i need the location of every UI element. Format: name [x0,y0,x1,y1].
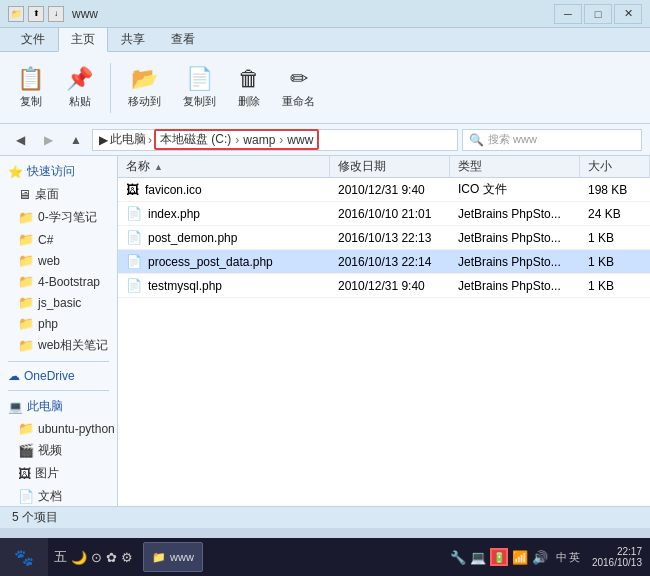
php-icon: 📁 [18,316,34,331]
copy-icon: 📋 [17,66,44,92]
tab-share[interactable]: 共享 [108,27,158,51]
jsbasic-icon: 📁 [18,295,34,310]
taskbar: 🐾 五 🌙 ⊙ ✿ ⚙ 📁 www 🔧 💻 🔋 📶 🔊 中 英 22:17 20… [0,538,650,576]
file-size: 1 KB [580,279,650,293]
ribbon-tabs: 文件 主页 共享 查看 [0,28,650,52]
delete-icon: 🗑 [238,66,260,92]
file-list: 🖼 favicon.ico 2010/12/31 9:40 ICO 文件 198… [118,178,650,506]
notes-icon: 📁 [18,210,34,225]
rename-icon: ✏ [290,66,308,92]
ribbon-copyto-button[interactable]: 📄 复制到 [174,58,225,118]
taskbar-gear[interactable]: ⚙ [121,550,133,565]
file-type-icon: 🖼 [126,182,139,197]
sidebar-item-video[interactable]: 🎬 视频 [0,439,117,462]
sidebar-quickaccess-header[interactable]: ⭐ 快速访问 [0,160,117,183]
search-box[interactable]: 🔍 搜索 www [462,129,642,151]
sidebar-divider2 [8,390,109,391]
file-name-cell: 📄 index.php [118,206,330,221]
start-icon: 🐾 [14,548,34,567]
col-header-name[interactable]: 名称 ▲ [118,156,330,177]
file-type: JetBrains PhpSto... [450,279,580,293]
sidebar-item-bootstrap[interactable]: 📁 4-Bootstrap [0,271,117,292]
lang-en[interactable]: 英 [569,550,580,565]
sidebar-item-documents[interactable]: 📄 文档 [0,485,117,506]
table-row[interactable]: 📄 testmysql.php 2010/12/31 9:40 JetBrain… [118,274,650,298]
tray-tool-icon: 🔧 [450,550,466,565]
col-header-type[interactable]: 类型 [450,156,580,177]
sidebar-item-desktop1[interactable]: 🖥 桌面 [0,183,117,206]
lang-zh[interactable]: 中 [556,550,567,565]
title-controls: ─ □ ✕ [554,4,642,24]
col-header-size[interactable]: 大小 [580,156,650,177]
close-button[interactable]: ✕ [614,4,642,24]
title-bar: 📁 ⬆ ↓ www ─ □ ✕ [0,0,650,28]
table-row[interactable]: 📄 post_demon.php 2016/10/13 22:13 JetBra… [118,226,650,250]
csharp-icon: 📁 [18,232,34,247]
sidebar-item-webnotes[interactable]: 📁 web相关笔记 [0,334,117,357]
title-bar-icons: 📁 ⬆ ↓ [8,6,64,22]
ribbon-copy-button[interactable]: 📋 复制 [8,58,53,118]
file-date: 2016/10/10 21:01 [330,207,450,221]
path-sep3: › [279,133,283,147]
sidebar-item-csharp[interactable]: 📁 C# [0,229,117,250]
picture-icon: 🖼 [18,466,31,481]
window-title: www [72,7,554,21]
tab-view[interactable]: 查看 [158,27,208,51]
paste-icon: 📌 [66,66,93,92]
file-date: 2016/10/13 22:14 [330,255,450,269]
up-button[interactable]: ▲ [64,129,88,151]
minimize-button[interactable]: ─ [554,4,582,24]
sidebar-onedrive-header[interactable]: ☁ OneDrive [0,366,117,386]
documents-icon: 📄 [18,489,34,504]
table-row[interactable]: 📄 index.php 2016/10/10 21:01 JetBrains P… [118,202,650,226]
sidebar-item-picture[interactable]: 🖼 图片 [0,462,117,485]
file-size: 1 KB [580,255,650,269]
ribbon-paste-button[interactable]: 📌 粘贴 [57,58,102,118]
forward-button[interactable]: ▶ [36,129,60,151]
taskbar-moon[interactable]: 🌙 [71,550,87,565]
file-type-icon: 📄 [126,278,142,293]
taskbar-window-www[interactable]: 📁 www [143,542,203,572]
file-name: index.php [148,207,200,221]
sidebar-item-ubuntu[interactable]: 📁 ubuntu-python [0,418,117,439]
address-path[interactable]: ▶ 此电脑 › 本地磁盘 (C:) › wamp › www [92,129,458,151]
table-row[interactable]: 🖼 favicon.ico 2010/12/31 9:40 ICO 文件 198… [118,178,650,202]
sidebar-item-notes[interactable]: 📁 0-学习笔记 [0,206,117,229]
start-button[interactable]: 🐾 [0,538,48,576]
file-date: 2010/12/31 9:40 [330,279,450,293]
tab-home[interactable]: 主页 [58,27,108,52]
ribbon-rename-button[interactable]: ✏ 重命名 [273,58,324,118]
ribbon-delete-button[interactable]: 🗑 删除 [229,58,269,118]
tray-date: 2016/10/13 [592,557,642,568]
tab-file[interactable]: 文件 [8,27,58,51]
sidebar-item-web[interactable]: 📁 web [0,250,117,271]
file-type-icon: 📄 [126,206,142,221]
table-row[interactable]: 📄 process_post_data.php 2016/10/13 22:14… [118,250,650,274]
file-type-icon: 📄 [126,254,142,269]
ribbon-separator [110,63,111,113]
column-headers: 名称 ▲ 修改日期 类型 大小 [118,156,650,178]
sidebar-item-jsbasic[interactable]: 📁 js_basic [0,292,117,313]
file-size: 1 KB [580,231,650,245]
taskbar-circle[interactable]: ⊙ [91,550,102,565]
file-date: 2016/10/13 22:13 [330,231,450,245]
copyto-icon: 📄 [186,66,213,92]
tray-volume-icon: 🔊 [532,550,548,565]
taskbar-lang: 中 英 [552,550,584,565]
sidebar-item-php[interactable]: 📁 php [0,313,117,334]
path-sep2: › [235,133,239,147]
file-name: testmysql.php [148,279,222,293]
maximize-button[interactable]: □ [584,4,612,24]
taskbar-flower[interactable]: ✿ [106,550,117,565]
taskbar-five[interactable]: 五 [54,548,67,566]
bootstrap-icon: 📁 [18,274,34,289]
back-button[interactable]: ◀ [8,129,32,151]
tray-clock: 22:17 2016/10/13 [592,546,642,568]
title-down-icon: ↓ [48,6,64,22]
col-header-date[interactable]: 修改日期 [330,156,450,177]
sidebar-thispc-header[interactable]: 💻 此电脑 [0,395,117,418]
ribbon-moveto-button[interactable]: 📂 移动到 [119,58,170,118]
file-name: favicon.ico [145,183,202,197]
tray-highlight-icon: 🔋 [490,548,508,566]
sidebar-section-thispc: 💻 此电脑 📁 ubuntu-python 🎬 视频 🖼 图片 📄 文档 ⬇ [0,395,117,506]
